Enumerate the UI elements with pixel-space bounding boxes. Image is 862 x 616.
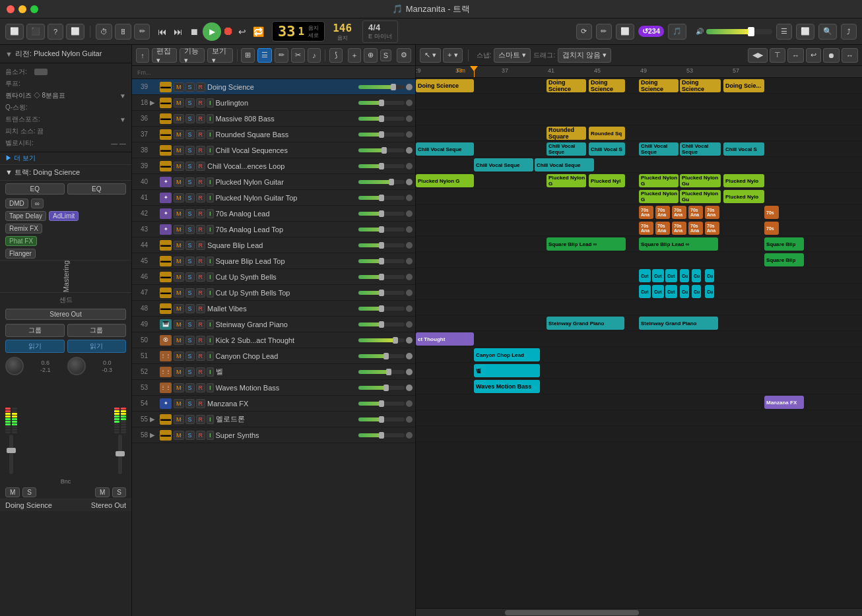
h-scrollbar-thumb[interactable] bbox=[505, 610, 639, 615]
drag-btn[interactable]: 겹치지 않음 ▾ bbox=[558, 48, 611, 63]
capture-btn[interactable]: ↩ bbox=[236, 25, 249, 38]
metronome-btn[interactable]: ⏱ bbox=[96, 24, 112, 40]
clip-70s-6[interactable]: 70s bbox=[764, 206, 779, 219]
undo-count[interactable]: ↺234 bbox=[638, 26, 664, 37]
tracks-timeline[interactable]: Doing Science Doing Science Doing Scienc… bbox=[416, 78, 862, 608]
library-btn[interactable]: ⬜ bbox=[5, 24, 24, 40]
track-row-46[interactable]: 46 ▬▬ M S R I Cut Up Synth Bells bbox=[132, 269, 415, 285]
clip-rounded-sq-2[interactable]: Rounded Sq bbox=[589, 127, 625, 140]
settings-btn[interactable]: ⚙ bbox=[397, 48, 411, 63]
clip-70s-5[interactable]: 70s Ana bbox=[705, 206, 719, 219]
loop-btn[interactable]: ⟳ bbox=[576, 24, 592, 40]
track-row-51[interactable]: 51 ⋮⋮ M S R I Canyon Chop Lead bbox=[132, 348, 415, 364]
clip-70s-top-5[interactable]: 70s Ana bbox=[705, 222, 719, 235]
adlimit-plugin[interactable]: AdLimit bbox=[49, 211, 79, 221]
fader-track-1[interactable] bbox=[9, 435, 13, 474]
knob2[interactable] bbox=[67, 357, 86, 375]
track-row-45[interactable]: 45 ▬▬ M S R I Square Blip Lead Top bbox=[132, 253, 415, 269]
clip-cut-3[interactable]: Cut bbox=[665, 269, 677, 282]
rewind-btn[interactable]: ⏮ bbox=[155, 25, 170, 38]
zoom-left[interactable]: ◀▶ bbox=[748, 48, 768, 63]
clip-doing-science-1[interactable]: Doing Science bbox=[416, 79, 474, 92]
clip-plucked-top-2[interactable]: Plucked Nylon Gu bbox=[680, 190, 721, 203]
clip-waves[interactable]: Waves Motion Bass bbox=[474, 380, 540, 393]
minimize-button[interactable] bbox=[18, 5, 26, 13]
s2-btn[interactable]: S bbox=[112, 487, 126, 497]
clip-manzana[interactable]: Manzana FX bbox=[764, 396, 804, 409]
m2-btn[interactable]: M bbox=[95, 487, 110, 497]
master-volume-slider[interactable] bbox=[706, 29, 772, 34]
clip-doing-science-6[interactable]: Doing Scie... bbox=[723, 79, 764, 92]
clip-doing-science-4[interactable]: Doing Science bbox=[639, 79, 679, 92]
stereo-out-btn[interactable]: Stereo Out bbox=[5, 309, 126, 320]
clip-steinway-2[interactable]: Steinway Grand Piano bbox=[639, 317, 718, 330]
time-sig-display[interactable]: 4/4 E 마이너 bbox=[362, 20, 398, 43]
track-row-38[interactable]: 38 ▬▬ M S R I Chill Vocal Sequences bbox=[132, 142, 415, 158]
clip-70s-top-2[interactable]: 70s Ana bbox=[655, 222, 670, 235]
maximize-button[interactable] bbox=[30, 5, 38, 13]
flanger-plugin[interactable]: Flanger bbox=[5, 249, 36, 259]
dmd-plugin[interactable]: DMD bbox=[5, 199, 28, 208]
track-row-43[interactable]: 43 ✦ M S R I 70s Analog Lead Top bbox=[132, 222, 415, 237]
tape-delay-plugin[interactable]: Tape Delay bbox=[5, 211, 46, 221]
features-dropdown[interactable]: 기능 ▾ bbox=[180, 48, 205, 63]
infinity-plugin[interactable]: ∞ bbox=[31, 199, 44, 208]
search-btn[interactable]: 🔍 bbox=[818, 24, 837, 40]
grid-btn[interactable]: ⊞ bbox=[241, 48, 255, 63]
piano-roll-btn[interactable]: ⬜ bbox=[796, 24, 814, 40]
list-btn[interactable]: ☰ bbox=[257, 48, 272, 63]
clip-doing-science-5[interactable]: Doing Science bbox=[680, 79, 721, 92]
clip-cut-1[interactable]: Cut bbox=[639, 269, 651, 282]
piano-btn[interactable]: ⬜ bbox=[66, 24, 84, 40]
clip-cut-6[interactable]: Cu bbox=[705, 269, 714, 282]
track-row-55[interactable]: 55 ▶ ▬▬ M S R I 멜로드론 bbox=[132, 412, 415, 427]
pencil2-btn[interactable]: ✏ bbox=[596, 24, 612, 40]
edit-dropdown[interactable]: 편집 ▾ bbox=[152, 48, 177, 63]
loop-toggle[interactable]: ↩ bbox=[806, 48, 821, 63]
align-top[interactable]: ⊤ bbox=[770, 48, 785, 63]
browser-btn[interactable]: ⬛ bbox=[26, 24, 45, 40]
phat-fx-plugin[interactable]: Phat FX bbox=[5, 236, 37, 246]
fader-track-2[interactable] bbox=[118, 435, 122, 474]
nav-up-btn[interactable]: ↑ bbox=[136, 48, 149, 63]
track-row-42[interactable]: 42 ✦ M S R I 70s Analog Lead bbox=[132, 206, 415, 222]
clip-cut-top-4[interactable]: Cu bbox=[680, 285, 689, 298]
group1-btn[interactable]: 그룹 bbox=[5, 324, 65, 337]
clip-plucked-top-1[interactable]: Plucked Nylon G bbox=[639, 190, 679, 203]
smart-icon[interactable]: ⟆ bbox=[329, 48, 343, 63]
close-button[interactable] bbox=[7, 5, 15, 13]
clip-cut-top-3[interactable]: Cut bbox=[665, 285, 677, 298]
clip-plucked-6[interactable]: Plucked Nylo bbox=[723, 174, 764, 187]
track-row-44[interactable]: 44 ▬▬ M S R Square Blip Lead bbox=[132, 237, 415, 253]
clip-cut-2[interactable]: Cut bbox=[652, 269, 664, 282]
track-row-50[interactable]: 50 ⦿ M S R I Kick 2 Sub...act Thought bbox=[132, 332, 415, 348]
clip-chill-vocal-2[interactable]: Chill Vocal Seque bbox=[547, 142, 586, 156]
clip-kick[interactable]: ct Thought bbox=[416, 332, 474, 346]
clip-chill-loop-2[interactable]: Chill Vocal Seque bbox=[535, 158, 594, 171]
h-scrollbar[interactable] bbox=[416, 608, 862, 616]
clip-cut-top-2[interactable]: Cut bbox=[652, 285, 664, 298]
clip-70s-top-4[interactable]: 70s Ana bbox=[688, 222, 703, 235]
record-arm[interactable]: ⏺ bbox=[823, 48, 840, 63]
clip-chill-vocal-5[interactable]: Chill Vocal Seque bbox=[680, 142, 721, 156]
mixer-btn[interactable]: 🎚 bbox=[115, 24, 131, 40]
smart-btn[interactable]: 스마트 ▾ bbox=[494, 48, 531, 63]
clip-plucked-top-3[interactable]: Plucked Nylo bbox=[723, 190, 764, 203]
clip-plucked-1[interactable]: Plucked Nylon G bbox=[416, 174, 474, 187]
clip-chill-loop-1[interactable]: Chill Vocal Seque bbox=[474, 158, 533, 171]
clip-canyon[interactable]: Canyon Chop Lead bbox=[474, 348, 540, 361]
track-row-48[interactable]: 48 ▬▬ M S R Mallet Vibes bbox=[132, 301, 415, 317]
clip-plucked-2[interactable]: Plucked Nylon G bbox=[547, 174, 586, 187]
clip-plucked-5[interactable]: Plucked Nylon Gu bbox=[680, 174, 721, 187]
clip-bell[interactable]: 벨 bbox=[474, 364, 540, 377]
clip-square-blip-1[interactable]: Square Blip Lead ∞ bbox=[547, 237, 626, 251]
fader-handle-1[interactable] bbox=[7, 448, 16, 453]
pencil-btn[interactable]: ✏ bbox=[134, 24, 150, 40]
clip-plucked-3[interactable]: Plucked Nyl bbox=[589, 174, 625, 187]
clip-cut-top-1[interactable]: Cut bbox=[639, 285, 651, 298]
track-row-39b[interactable]: 39 ▬▬ M S R Chill Vocal...ences Loop bbox=[132, 158, 415, 174]
clip-chill-vocal-3[interactable]: Chill Vocal S bbox=[589, 142, 625, 156]
pencil-tool[interactable]: ✏ bbox=[275, 48, 288, 63]
play-btn[interactable]: ▶ bbox=[203, 22, 221, 41]
group2-btn[interactable]: 그룹 bbox=[67, 324, 127, 337]
